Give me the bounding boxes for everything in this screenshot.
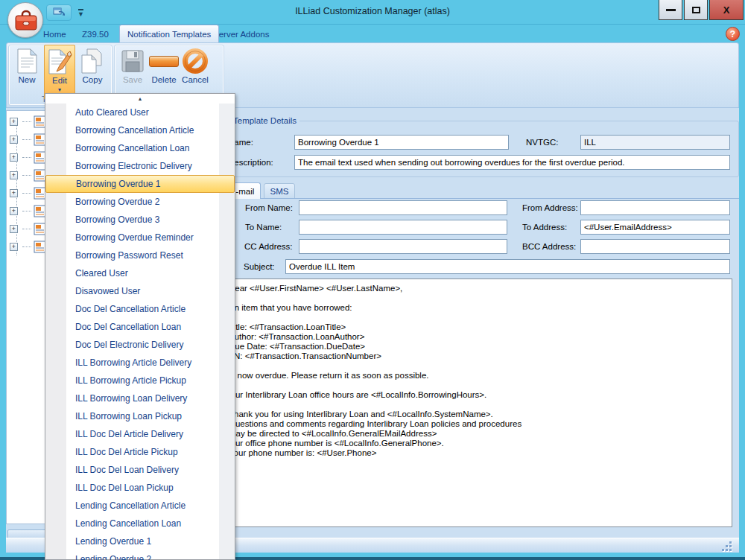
tab-sms[interactable]: SMS	[264, 183, 295, 199]
quick-access-button[interactable]	[46, 4, 72, 21]
cancel-button[interactable]: Cancel	[180, 45, 211, 94]
copy-icon	[77, 45, 108, 74]
menu-item[interactable]: Borrowing Password Reset	[45, 246, 235, 264]
subject-input[interactable]	[285, 259, 730, 274]
menu-item[interactable]: Auto Cleared User	[45, 104, 235, 121]
tab-notification-templates[interactable]: Notification Templates	[119, 25, 219, 42]
expand-icon[interactable]: +	[10, 225, 18, 233]
bcc-address-input[interactable]	[580, 239, 730, 254]
menu-item[interactable]: Borrowing Overdue Reminder	[45, 229, 235, 246]
menu-item[interactable]: Doc Del Cancellation Article	[45, 300, 235, 318]
maximize-icon	[692, 7, 700, 13]
menu-item[interactable]: Doc Del Cancellation Loan	[45, 318, 235, 336]
to-name-input[interactable]	[299, 220, 507, 235]
menu-item-list: Auto Cleared UserBorrowing Cancellation …	[45, 104, 235, 560]
menu-item[interactable]: Borrowing Overdue 1	[45, 175, 235, 193]
from-address-label: From Address:	[522, 200, 578, 215]
new-document-icon	[11, 45, 42, 74]
menu-item[interactable]: Lending Cancellation Article	[45, 497, 235, 515]
expand-icon[interactable]: +	[10, 207, 18, 215]
edit-pencil-icon	[45, 45, 74, 75]
expand-icon[interactable]: +	[10, 243, 18, 251]
cc-address-input[interactable]	[299, 239, 507, 254]
menu-item[interactable]: ILL Borrowing Loan Delivery	[45, 389, 235, 407]
edit-dropdown-arrow-icon: ▾	[45, 86, 74, 93]
tab-home[interactable]: Home	[36, 26, 74, 42]
quick-access-dropdown[interactable]: ▼	[77, 9, 84, 17]
expand-icon[interactable]: +	[10, 171, 18, 179]
from-name-label: From Name:	[245, 200, 293, 215]
menu-item[interactable]: Doc Del Electronic Delivery	[45, 336, 235, 354]
save-floppy-icon	[117, 45, 148, 74]
menu-item[interactable]: Borrowing Overdue 2	[45, 193, 235, 211]
email-body-editor[interactable]: Dear <#User.FirstName> <#User.LastName>,…	[222, 279, 732, 527]
minimize-icon	[666, 9, 676, 11]
nvtgc-input[interactable]	[580, 135, 730, 150]
tree-node[interactable]: +	[10, 238, 46, 255]
to-address-input[interactable]	[580, 220, 730, 235]
app-menu-button[interactable]	[7, 2, 43, 38]
menu-item[interactable]: Lending Overdue 1	[45, 532, 235, 550]
menu-item[interactable]: Borrowing Electronic Delivery	[45, 157, 235, 175]
new-button[interactable]: New	[11, 45, 42, 94]
subject-label: Subject:	[244, 259, 275, 274]
toolbox-icon	[13, 10, 39, 32]
menu-item[interactable]: Lending Cancellation Loan	[45, 515, 235, 532]
menu-item[interactable]: ILL Doc Del Article Delivery	[45, 425, 235, 443]
menu-item[interactable]: ILL Borrowing Article Pickup	[45, 372, 235, 389]
cc-address-label: CC Address:	[244, 239, 293, 254]
tree-node[interactable]: +	[10, 130, 46, 148]
title-bar: ILLiad Customization Manager (atlas) ▼ X	[0, 0, 745, 25]
tree-node[interactable]: +	[10, 112, 46, 130]
maximize-button[interactable]	[684, 0, 708, 20]
expand-icon[interactable]: +	[10, 189, 18, 197]
minimize-button[interactable]	[659, 0, 682, 20]
menu-item[interactable]: Disavowed User	[45, 282, 235, 300]
tab-z3950[interactable]: Z39.50	[74, 26, 116, 42]
edit-template-dropdown: ▲ Auto Cleared UserBorrowing Cancellatio…	[45, 93, 235, 560]
delete-bar-icon	[148, 45, 180, 74]
delete-button[interactable]: Delete	[148, 45, 180, 94]
menu-item[interactable]: Cleared User	[45, 264, 235, 282]
tree-node[interactable]: +	[10, 166, 46, 184]
save-button[interactable]: Save	[117, 45, 148, 94]
description-input[interactable]	[294, 155, 730, 170]
from-name-input[interactable]	[299, 200, 507, 215]
menu-item[interactable]: Borrowing Cancellation Article	[45, 121, 235, 139]
menu-item[interactable]: Borrowing Overdue 3	[45, 211, 235, 229]
close-button[interactable]: X	[709, 0, 744, 20]
window-title: ILLiad Customization Manager (atlas)	[0, 6, 745, 16]
expand-icon[interactable]: +	[10, 118, 18, 126]
menu-item[interactable]: ILL Borrowing Loan Pickup	[45, 407, 235, 425]
expand-icon[interactable]: +	[10, 136, 18, 144]
name-input[interactable]	[294, 135, 509, 150]
help-button[interactable]: ?	[726, 27, 740, 41]
resize-grip[interactable]	[721, 541, 732, 550]
ribbon-tab-bar: Home Z39.50 Notification Templates Serve…	[6, 25, 739, 42]
menu-item[interactable]: Borrowing Cancellation Loan	[45, 139, 235, 157]
menu-scroll-up-icon[interactable]: ▲	[45, 94, 235, 104]
tree-node[interactable]: +	[10, 202, 46, 220]
groupbox-legend: Template Details	[230, 116, 299, 125]
menu-item[interactable]: ILL Borrowing Article Delivery	[45, 354, 235, 372]
close-icon: X	[723, 4, 730, 16]
cancel-no-icon	[180, 45, 211, 74]
bcc-address-label: BCC Address:	[522, 239, 576, 254]
tree-node[interactable]: +	[10, 220, 46, 238]
menu-item[interactable]: ILL Doc Del Loan Pickup	[45, 479, 235, 497]
app-window: ILLiad Customization Manager (atlas) ▼ X	[0, 0, 745, 560]
expand-icon[interactable]: +	[10, 153, 18, 162]
to-name-label: To Name:	[245, 220, 282, 235]
tree-node[interactable]: +	[10, 148, 46, 166]
tree-node[interactable]: +	[10, 184, 46, 202]
copy-button[interactable]: Copy	[77, 45, 108, 94]
menu-item[interactable]: ILL Doc Del Loan Delivery	[45, 461, 235, 479]
menu-item[interactable]: Lending Overdue 2	[45, 550, 235, 560]
edit-button[interactable]: Edit ▾	[44, 45, 75, 100]
from-address-input[interactable]	[580, 200, 730, 215]
menu-item[interactable]: ILL Doc Del Article Pickup	[45, 443, 235, 461]
to-address-label: To Address:	[522, 220, 567, 235]
email-body-text: Dear <#User.FirstName> <#User.LastName>,…	[229, 284, 522, 458]
nvtgc-label: NVTGC:	[526, 135, 558, 150]
tab-divider	[224, 198, 739, 199]
